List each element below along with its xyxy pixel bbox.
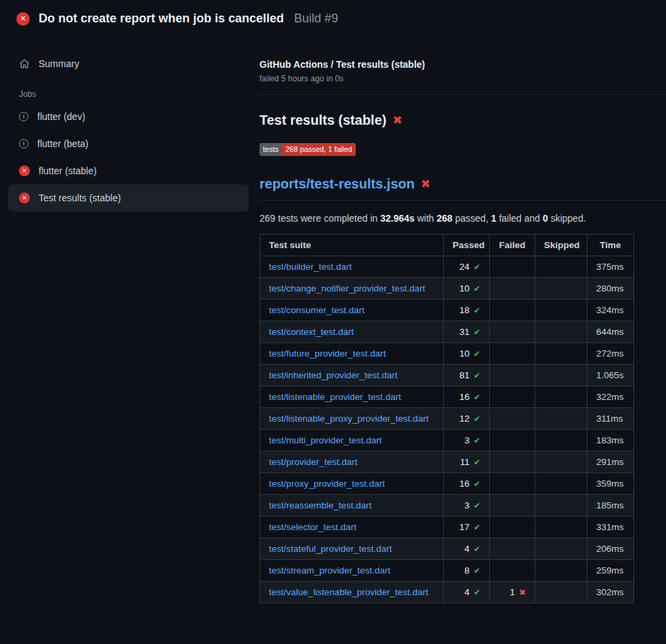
check-icon: ✔ [474,349,480,359]
suite-link[interactable]: test/context_test.dart [269,327,354,337]
failed-cell: ✖ [490,451,535,473]
summary-text: 269 tests were completed in [259,213,380,224]
cross-mark-icon: ✖ [421,178,430,190]
suite-link[interactable]: test/proxy_provider_test.dart [269,479,385,489]
time-cell: 359ms [587,473,634,495]
check-icon: ✔ [474,458,480,467]
skipped-cell [535,300,587,321]
table-row: test/proxy_provider_test.dart 16✔ ✖ 359m… [260,473,634,495]
table-row: test/multi_provider_test.dart 3✔ ✖ 183ms [260,430,634,451]
passed-cell: 16✔ [444,473,490,495]
summary-passed-count: 268 [437,213,453,224]
suite-link[interactable]: test/future_provider_test.dart [269,348,386,359]
table-row: test/provider_test.dart 11✔ ✖ 291ms [260,451,634,473]
sidebar-job-item[interactable]: ✕ flutter (stable) [8,157,249,184]
check-icon: ✔ [474,588,480,597]
divider [259,94,666,95]
check-icon: ✔ [474,501,480,510]
passed-cell: 24✔ [444,256,490,278]
section-title: Test results (stable) ✖ [259,113,666,128]
report-file-heading[interactable]: reports/test-results.json ✖ [259,176,666,201]
skipped-cell [535,560,587,582]
time-cell: 272ms [587,343,634,365]
home-icon [19,58,30,69]
time-cell: 1.065s [587,365,634,386]
failed-cell: ✖ [490,495,535,517]
failed-cell: ✖ [490,517,535,538]
passed-cell: 8✔ [444,560,490,582]
passed-cell: 31✔ [444,321,490,343]
failed-cell: ✖ [490,408,535,430]
check-icon: ✔ [474,436,480,445]
check-icon: ✔ [474,284,480,294]
test-results-table: Test suite Passed Failed Skipped Time te… [259,234,634,603]
time-cell: 375ms [587,256,634,278]
suite-link[interactable]: test/listenable_proxy_provider_test.dart [269,414,429,424]
time-cell: 185ms [587,495,634,517]
suite-link[interactable]: test/reassemble_test.dart [269,500,372,510]
main-content: GitHub Actions / Test results (stable) f… [259,35,666,603]
time-cell: 183ms [587,430,634,451]
table-row: test/future_provider_test.dart 10✔ ✖ 272… [260,343,634,365]
check-icon: ✔ [474,544,480,554]
job-label: flutter (stable) [39,165,97,176]
suite-link[interactable]: test/change_notifier_provider_test.dart [269,283,425,294]
check-icon: ✔ [474,414,480,424]
passed-cell: 18✔ [444,300,490,321]
suite-link[interactable]: test/consumer_test.dart [269,305,365,315]
failed-cell: ✖ [490,278,535,300]
failed-cell: ✖ [490,560,535,582]
suite-link[interactable]: test/selector_test.dart [269,522,356,532]
sidebar-job-item[interactable]: ✕ Test results (stable) [8,184,249,212]
sidebar-job-item[interactable]: ! flutter (beta) [8,130,249,157]
column-header-test-suite: Test suite [260,235,444,256]
sidebar-summary-label: Summary [39,58,79,69]
suite-link[interactable]: test/stateful_provider_test.dart [269,544,392,554]
results-summary: 269 tests were completed in 32.964s with… [259,213,666,224]
check-icon: ✔ [474,262,480,272]
check-icon: ✔ [474,327,480,337]
failed-cell: ✖ [490,473,535,495]
skipped-cell [535,451,587,473]
jobs-list: ! flutter (dev) ! flutter (beta) ✕ flutt… [8,103,249,212]
skipped-cell [535,343,587,365]
check-icon: ✔ [474,306,480,315]
build-number: Build #9 [294,12,338,26]
neutral-status-icon: ! [19,112,28,121]
suite-link[interactable]: test/listenable_provider_test.dart [269,392,401,402]
sidebar: Summary Jobs ! flutter (dev) ! flutter (… [0,35,259,212]
failed-cell: ✖ [490,365,535,386]
summary-failed-count: 1 [491,213,497,224]
suite-link[interactable]: test/stream_provider_test.dart [269,565,390,576]
column-header-failed: Failed [490,235,535,256]
passed-cell: 17✔ [444,517,490,538]
suite-link[interactable]: test/multi_provider_test.dart [269,435,382,445]
jobs-section-label: Jobs [19,89,249,99]
sidebar-item-summary[interactable]: Summary [8,50,249,77]
table-header-row: Test suite Passed Failed Skipped Time [260,235,634,256]
skipped-cell [535,321,587,343]
skipped-cell [535,386,587,408]
failed-cell: ✖ [490,300,535,321]
table-row: test/builder_test.dart 24✔ ✖ 375ms [260,256,634,278]
time-cell: 324ms [587,300,634,321]
skipped-cell [535,473,587,495]
sidebar-job-item[interactable]: ! flutter (dev) [8,103,249,130]
job-label: flutter (beta) [37,138,88,149]
table-row: test/listenable_proxy_provider_test.dart… [260,408,634,430]
passed-cell: 16✔ [444,386,490,408]
passed-cell: 3✔ [444,495,490,517]
summary-text: passed, [453,213,491,224]
failed-cell: ✖ [490,430,535,451]
time-cell: 259ms [587,560,634,582]
suite-link[interactable]: test/inherited_provider_test.dart [269,370,398,380]
suite-link[interactable]: test/provider_test.dart [269,457,358,467]
suite-link[interactable]: test/builder_test.dart [269,262,352,272]
passed-cell: 81✔ [444,365,490,386]
skipped-cell [535,517,587,538]
suite-link[interactable]: test/value_listenable_provider_test.dart [269,587,428,597]
time-cell: 322ms [587,386,634,408]
failed-status-icon: ✕ [16,12,30,26]
tests-badge: tests 268 passed, 1 failed [259,143,356,156]
report-file-link[interactable]: reports/test-results.json [259,176,415,192]
